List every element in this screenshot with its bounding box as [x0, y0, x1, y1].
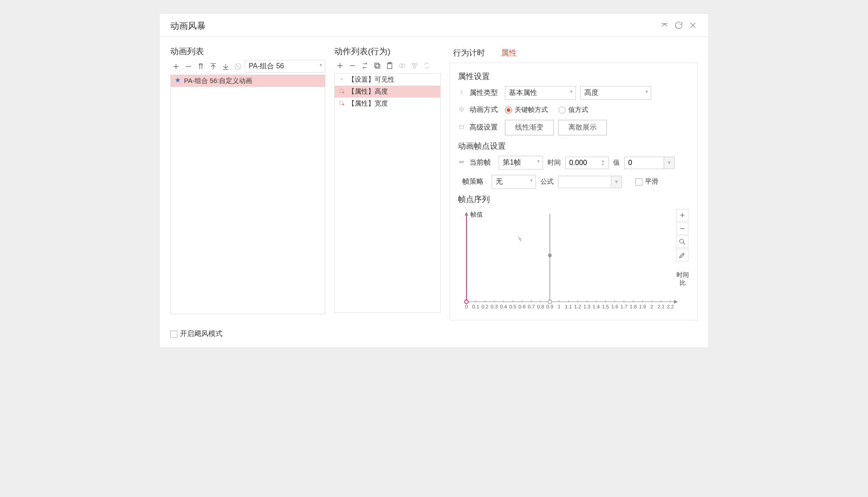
property-icon	[338, 87, 345, 96]
animation-listbox[interactable]: PA-组合 56:自定义动画	[170, 75, 325, 314]
swap-icon[interactable]	[359, 60, 371, 71]
radio-value-mode[interactable]: 值方式	[559, 106, 588, 114]
current-frame-label: 当前帧	[469, 158, 494, 167]
keyframe-graph[interactable]: 0 0.10.20.3 0.40.50.6 0.70.80.9 11.11.2 …	[458, 209, 676, 311]
prop-settings-title: 属性设置	[458, 71, 689, 82]
attr-type-select[interactable]: 基本属性	[505, 86, 576, 100]
graph-zoom-icon[interactable]	[676, 236, 688, 248]
link-icon	[409, 60, 420, 71]
svg-point-67	[548, 300, 551, 304]
copy-icon[interactable]	[371, 60, 383, 71]
delete-icon[interactable]	[195, 61, 207, 72]
tab-properties[interactable]: 属性	[497, 46, 520, 60]
svg-text:1.9: 1.9	[639, 304, 646, 309]
formula-label: 公式	[540, 178, 554, 186]
svg-rect-16	[459, 125, 463, 129]
svg-rect-1	[376, 64, 380, 68]
svg-point-68	[465, 300, 468, 304]
graph-add-icon[interactable]	[676, 209, 688, 221]
svg-text:1.4: 1.4	[593, 304, 600, 309]
animation-list-panel: 动画列表 PA-组合 56 PA-组合 56:自定义动画	[170, 46, 325, 320]
smooth-label: 平滑	[645, 178, 658, 186]
formula-input[interactable]	[558, 176, 611, 188]
remove-icon[interactable]	[183, 61, 194, 72]
action-list-item[interactable]: 【属性】高度	[335, 86, 440, 98]
paste-icon[interactable]	[384, 60, 395, 71]
svg-text:1.8: 1.8	[630, 304, 637, 309]
attr-type-icon	[458, 89, 465, 97]
svg-point-14	[342, 103, 344, 105]
property-icon	[338, 99, 345, 108]
advanced-label: 高级设置	[469, 123, 500, 132]
disabled-action-icon	[232, 61, 244, 72]
attr-name-select[interactable]: 高度	[580, 86, 651, 100]
svg-text:1.1: 1.1	[565, 304, 572, 309]
svg-rect-13	[340, 101, 343, 105]
svg-text:1.2: 1.2	[574, 304, 581, 309]
smooth-checkbox[interactable]: 平滑	[635, 178, 658, 186]
close-icon[interactable]	[688, 20, 698, 32]
formula-dropdown-icon[interactable]: ▼	[611, 176, 622, 188]
action-list-item[interactable]: 【属性】宽度	[335, 98, 440, 110]
svg-point-6	[401, 64, 405, 67]
move-down-icon[interactable]	[220, 61, 231, 72]
add-icon[interactable]	[170, 61, 182, 72]
window-title: 动画风暴	[170, 20, 206, 32]
svg-text:1: 1	[558, 304, 560, 309]
graph-remove-icon[interactable]	[676, 222, 688, 235]
tab-timing[interactable]: 行为计时	[450, 46, 489, 60]
svg-text:0.9: 0.9	[546, 304, 553, 309]
svg-point-66	[548, 253, 551, 257]
animation-list-title: 动画列表	[170, 46, 325, 57]
frame-settings-title: 动画帧点设置	[458, 141, 689, 151]
svg-text:0.5: 0.5	[509, 304, 516, 309]
svg-text:1.3: 1.3	[583, 304, 590, 309]
svg-point-12	[342, 91, 344, 93]
svg-text:0.3: 0.3	[491, 304, 498, 309]
value-input[interactable]	[624, 157, 664, 169]
svg-point-8	[415, 63, 417, 65]
add-icon[interactable]	[334, 60, 346, 71]
collapse-icon[interactable]	[660, 20, 669, 32]
action-list-item[interactable]: 【设置】可见性	[335, 74, 440, 86]
linear-gradient-button[interactable]: 线性渐变	[505, 120, 554, 135]
current-frame-select[interactable]: 第1帧	[499, 156, 543, 170]
animation-target-select[interactable]: PA-组合 56	[245, 60, 325, 73]
footer: 开启飓风模式	[160, 329, 708, 347]
properties-panel: 行为计时 属性 属性设置 属性类型 基本属性 高度 动画方式	[450, 46, 698, 320]
time-spinner[interactable]: ▲▼	[601, 159, 608, 166]
remove-icon[interactable]	[347, 60, 358, 71]
svg-text:1.7: 1.7	[621, 304, 628, 309]
group-icon	[396, 60, 408, 71]
time-input[interactable]	[566, 157, 601, 169]
refresh-icon[interactable]	[674, 20, 684, 32]
svg-text:2: 2	[650, 304, 653, 309]
hurricane-mode-checkbox[interactable]: 开启飓风模式	[170, 329, 698, 339]
axis-y-label: 帧值	[470, 211, 483, 219]
svg-text:0.2: 0.2	[481, 304, 489, 309]
svg-text:1.6: 1.6	[611, 304, 618, 309]
radio-keyframe-mode[interactable]: 关键帧方式	[505, 106, 548, 114]
svg-rect-2	[375, 63, 379, 67]
svg-text:0.6: 0.6	[519, 304, 526, 309]
titlebar: 动画风暴	[160, 14, 708, 37]
move-up-icon[interactable]	[207, 61, 219, 72]
svg-text:0.4: 0.4	[500, 304, 508, 309]
radio-keyframe-label: 关键帧方式	[515, 106, 548, 114]
animation-item-label: PA-组合 56:自定义动画	[184, 77, 252, 85]
discrete-display-button[interactable]: 离散展示	[558, 120, 607, 135]
anim-mode-icon	[458, 106, 465, 114]
graph-edit-icon[interactable]	[676, 249, 688, 261]
svg-text:2.2: 2.2	[667, 304, 674, 309]
sync-icon	[421, 60, 433, 71]
svg-text:0: 0	[465, 304, 468, 309]
svg-point-9	[414, 66, 416, 68]
action-listbox[interactable]: 【设置】可见性 【属性】高度 【属性】宽度	[334, 73, 441, 313]
dialog-window: 动画风暴 动画列表 PA-组合 56 PA-组合 56:自定义动	[159, 13, 709, 348]
radio-value-label: 值方式	[568, 106, 588, 114]
value-dropdown-icon[interactable]: ▼	[664, 157, 675, 169]
frame-strategy-select[interactable]: 无	[492, 175, 536, 189]
animation-list-item[interactable]: PA-组合 56:自定义动画	[171, 75, 325, 87]
svg-point-69	[680, 239, 684, 243]
svg-text:0.7: 0.7	[528, 304, 535, 309]
